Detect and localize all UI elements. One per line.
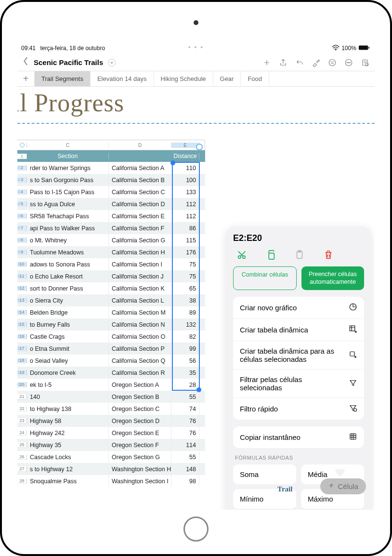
menu-pivot-table[interactable]: Criar tabela dinâmica xyxy=(233,319,364,341)
row-number[interactable]: 21 xyxy=(17,394,27,399)
cell[interactable]: Oregon Section F xyxy=(109,439,171,451)
cell[interactable]: 99 xyxy=(171,343,199,355)
share-button[interactable] xyxy=(276,56,290,69)
cell[interactable]: rder to Warner Springs xyxy=(27,162,109,174)
row-number[interactable]: 8 xyxy=(17,238,27,243)
row-number[interactable]: 16 xyxy=(17,334,27,339)
cell[interactable]: 38 xyxy=(171,294,199,306)
column-header-d[interactable]: D xyxy=(109,143,171,148)
cell[interactable]: California Section M xyxy=(109,306,171,318)
cell[interactable]: Donomore Creek xyxy=(27,367,109,379)
cell[interactable]: 176 xyxy=(171,246,199,258)
cell[interactable]: 112 xyxy=(171,210,199,222)
tab-hiking-schedule[interactable]: Hiking Schedule xyxy=(154,71,213,86)
cell[interactable]: o Echo Lake Resort xyxy=(27,270,109,282)
view-options-button[interactable] xyxy=(358,56,372,69)
column-resize-handle[interactable] xyxy=(196,144,203,150)
select-all-handle[interactable] xyxy=(17,143,27,147)
cell[interactable]: Belden Bridge xyxy=(27,306,109,318)
row-number[interactable]: 25 xyxy=(17,442,27,448)
cell[interactable]: Oregon Section C xyxy=(109,403,171,415)
cell[interactable]: Washington Section H xyxy=(109,463,171,475)
cell[interactable]: 28 xyxy=(171,379,199,391)
multitask-dots-icon[interactable]: • • • xyxy=(188,43,204,51)
table-row[interactable]: 12sort to Donner PassCalifornia Section … xyxy=(17,282,205,294)
cell[interactable]: s to Highway 12 xyxy=(27,463,109,475)
cell[interactable]: Oregon Section E xyxy=(109,427,171,439)
table-row[interactable]: 18o Seiad ValleyCalifornia Section Q56 xyxy=(17,355,205,367)
table-row[interactable]: 7api Pass to Walker PassCalifornia Secti… xyxy=(17,222,205,234)
table-row[interactable]: 20ek to I-5Oregon Section A28 xyxy=(17,379,205,391)
menu-quick-filter[interactable]: Filtro rápido xyxy=(233,398,364,420)
cell[interactable]: 133 xyxy=(171,186,199,198)
row-number[interactable]: 19 xyxy=(17,370,27,375)
cell[interactable]: Pass to I-15 Cajon Pass xyxy=(27,186,109,198)
row-number[interactable]: 24 xyxy=(17,430,27,436)
row-number[interactable]: 5 xyxy=(17,201,27,207)
row-number[interactable]: 20 xyxy=(17,382,27,387)
cell[interactable]: s to San Gorgonio Pass xyxy=(27,174,109,186)
table-row[interactable]: 14Belden BridgeCalifornia Section M89 xyxy=(17,306,205,318)
cell[interactable]: 86 xyxy=(171,222,199,234)
table-row[interactable]: 10adows to Sonora PassCalifornia Section… xyxy=(17,258,205,270)
cell[interactable]: 55 xyxy=(171,451,199,463)
cell[interactable]: o Sierra City xyxy=(27,294,109,306)
cell[interactable]: California Section B xyxy=(109,174,171,186)
table-row[interactable]: 26Cascade LocksOregon Section G55 xyxy=(17,451,205,463)
tab-trail-segments[interactable]: Trail Segments xyxy=(35,71,91,86)
cell[interactable]: Tuolumne Meadows xyxy=(27,246,109,258)
delete-button[interactable] xyxy=(323,249,334,261)
copy-button[interactable] xyxy=(265,249,276,261)
table-row[interactable]: 22to Highway 138Oregon Section C74 xyxy=(17,403,205,415)
cell[interactable]: 115 xyxy=(171,234,199,246)
cell[interactable]: SR58 Tehachapi Pass xyxy=(27,210,109,222)
table-header-row[interactable]: 1SectionDistance xyxy=(17,150,205,162)
table-row[interactable]: 25Highway 35Oregon Section F114 xyxy=(17,439,205,451)
cell[interactable]: 132 xyxy=(171,318,199,331)
cell[interactable]: 148 xyxy=(171,463,199,475)
row-number[interactable]: 12 xyxy=(17,286,27,291)
cell[interactable]: California Section C xyxy=(109,186,171,198)
cell[interactable]: Snoqualmie Pass xyxy=(27,475,109,487)
spreadsheet-canvas[interactable]: il Progress C D E 1SectionDistance2rder … xyxy=(17,87,375,510)
organize-button[interactable] xyxy=(326,56,339,69)
row-number[interactable]: 28 xyxy=(17,478,27,484)
cell[interactable]: 76 xyxy=(171,427,199,439)
format-brush-button[interactable] xyxy=(309,56,323,69)
cell[interactable]: 76 xyxy=(171,415,199,427)
row-number[interactable]: 3 xyxy=(17,177,27,183)
row-number[interactable]: 23 xyxy=(17,418,27,424)
cell[interactable]: adows to Sonora Pass xyxy=(27,258,109,270)
cell[interactable]: 55 xyxy=(171,391,199,403)
cell[interactable]: to Highway 138 xyxy=(27,403,109,415)
table-row[interactable]: 27s to Highway 12Washington Section H148 xyxy=(17,463,205,475)
table-row[interactable]: 13o Sierra CityCalifornia Section L38 xyxy=(17,294,205,306)
cell[interactable]: Castle Crags xyxy=(27,331,109,343)
cell[interactable]: California Section Q xyxy=(109,355,171,367)
cell[interactable]: 75 xyxy=(171,258,199,270)
cell[interactable]: California Section N xyxy=(109,318,171,331)
add-sheet-button[interactable]: + xyxy=(17,71,35,86)
cell[interactable]: 65 xyxy=(171,282,199,294)
cell[interactable]: 35 xyxy=(171,367,199,379)
more-button[interactable] xyxy=(342,56,355,69)
paste-button[interactable] xyxy=(294,249,305,261)
cell[interactable]: Oregon Section B xyxy=(109,391,171,403)
cell[interactable]: 110 xyxy=(171,162,199,174)
cell[interactable]: 98 xyxy=(171,475,199,487)
cell[interactable]: 89 xyxy=(171,306,199,318)
row-number[interactable]: 15 xyxy=(17,322,27,327)
menu-pivot-selected[interactable]: Criar tabela dinâmica para as células se… xyxy=(233,341,364,370)
document-title[interactable]: Scenic Pacific Trails xyxy=(34,58,103,66)
insert-button[interactable] xyxy=(260,56,274,69)
cell[interactable]: o Mt. Whitney xyxy=(27,234,109,246)
cell[interactable]: California Section L xyxy=(109,294,171,306)
menu-new-chart[interactable]: Criar novo gráfico xyxy=(233,297,364,319)
table-row[interactable]: 11o Echo Lake ResortCalifornia Section J… xyxy=(17,270,205,282)
cell[interactable]: California Section I xyxy=(109,258,171,270)
cell[interactable]: Highway 35 xyxy=(27,439,109,451)
row-number[interactable]: 11 xyxy=(17,274,27,279)
cell[interactable]: California Section F xyxy=(109,222,171,234)
row-number[interactable]: 14 xyxy=(17,310,27,315)
tab-gear[interactable]: Gear xyxy=(213,71,241,86)
